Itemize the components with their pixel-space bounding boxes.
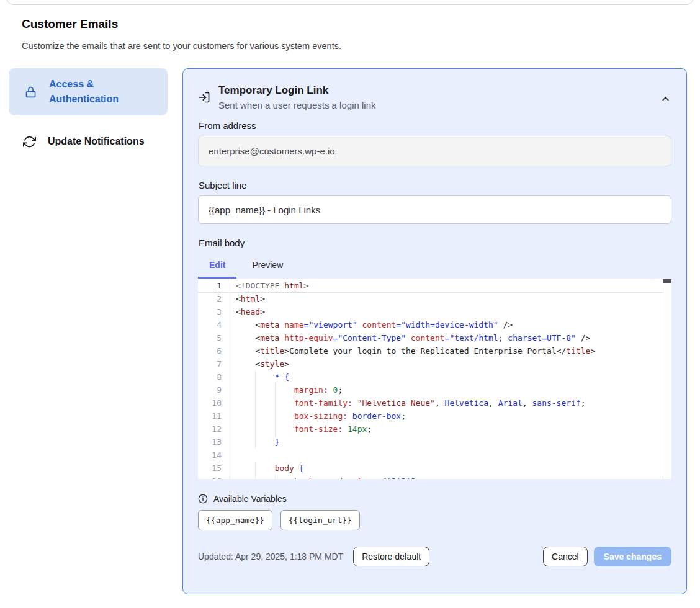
page-subtitle: Customize the emails that are sent to yo… — [22, 41, 341, 51]
code-line[interactable]: 12 font-size: 14px; — [198, 422, 671, 436]
temporary-login-link-card: Temporary Login Link Sent when a user re… — [182, 68, 687, 594]
code-text: body { — [230, 462, 304, 475]
page-title: Customer Emails — [22, 17, 118, 31]
sidebar-item-label: Access & Authentication — [49, 77, 131, 107]
code-text: <meta name="viewport" content="width=dev… — [230, 318, 513, 331]
cancel-button[interactable]: Cancel — [543, 547, 588, 566]
email-body-label: Email body — [199, 238, 671, 248]
sidebar-item-access-authentication[interactable]: Access & Authentication — [9, 68, 168, 115]
line-number: 15 — [198, 462, 230, 475]
editor-scrollbar-thumb[interactable] — [663, 279, 671, 283]
line-number: 5 — [198, 331, 230, 344]
save-changes-button[interactable]: Save changes — [594, 547, 671, 566]
available-variables-label: Available Variables — [213, 494, 287, 504]
line-number: 8 — [198, 370, 230, 383]
line-number: 14 — [198, 449, 230, 462]
tab-preview[interactable]: Preview — [241, 254, 294, 279]
code-text: <meta http-equiv="Content-Type" content=… — [230, 331, 590, 344]
code-text: <style> — [230, 357, 289, 370]
variable-chip-app-name[interactable]: {{app_name}} — [198, 510, 272, 530]
code-text: margin: 0; — [230, 383, 343, 396]
line-number: 3 — [198, 305, 230, 318]
refresh-icon — [22, 135, 36, 148]
line-number: 11 — [198, 409, 230, 422]
code-line[interactable]: 9 margin: 0; — [198, 383, 671, 396]
updated-timestamp: Updated: Apr 29, 2025, 1:18 PM MDT — [198, 552, 343, 561]
subject-line-input[interactable] — [198, 195, 671, 224]
line-number: 6 — [198, 344, 230, 357]
code-text: } — [230, 436, 279, 449]
log-in-icon — [198, 91, 210, 110]
collapse-button[interactable] — [661, 94, 670, 104]
editor-tabs: Edit Preview — [198, 254, 671, 279]
card-header: Temporary Login Link Sent when a user re… — [198, 84, 671, 110]
sidebar: Access & Authentication Update Notificat… — [9, 68, 168, 156]
card-footer: Updated: Apr 29, 2025, 1:18 PM MDT Resto… — [198, 547, 671, 566]
code-line[interactable]: 5 <meta http-equiv="Content-Type" conten… — [198, 331, 671, 344]
code-line[interactable]: 16 background-color: #f8f8f8; — [198, 475, 671, 479]
restore-default-button[interactable]: Restore default — [353, 547, 429, 566]
previous-card-bottom-edge — [6, 0, 694, 5]
code-text: box-sizing: border-box; — [230, 409, 406, 422]
code-line[interactable]: 2<html> — [198, 292, 671, 305]
lock-icon — [24, 85, 37, 99]
line-number: 4 — [198, 318, 230, 331]
code-line[interactable]: 11 box-sizing: border-box; — [198, 409, 671, 422]
code-text: * { — [230, 370, 289, 383]
code-line[interactable]: 14 — [198, 449, 671, 462]
code-text: font-size: 14px; — [230, 422, 372, 436]
code-line[interactable]: 13 } — [198, 436, 671, 449]
code-text: <html> — [230, 292, 265, 305]
line-number: 10 — [198, 396, 230, 409]
code-text — [230, 449, 236, 462]
from-address-input[interactable] — [198, 136, 671, 166]
from-address-label: From address — [199, 120, 671, 131]
line-number: 16 — [198, 475, 230, 479]
line-number: 9 — [198, 383, 230, 396]
code-line[interactable]: 7 <style> — [198, 357, 671, 370]
info-icon — [198, 494, 208, 504]
code-line[interactable]: 15 body { — [198, 462, 671, 475]
code-text: <head> — [230, 305, 265, 318]
editor-scrollbar[interactable] — [663, 279, 671, 479]
line-number: 2 — [198, 292, 230, 305]
code-line[interactable]: 4 <meta name="viewport" content="width=d… — [198, 318, 671, 331]
line-number: 13 — [198, 436, 230, 449]
subject-line-label: Subject line — [199, 180, 671, 190]
line-number: 1 — [198, 279, 230, 292]
sidebar-item-update-notifications[interactable]: Update Notifications — [9, 127, 168, 156]
code-text: background-color: #f8f8f8; — [230, 475, 420, 479]
available-variables: Available Variables — [198, 494, 671, 504]
card-header-text: Temporary Login Link Sent when a user re… — [218, 84, 375, 110]
line-number: 12 — [198, 422, 230, 436]
card-title: Temporary Login Link — [218, 84, 375, 97]
code-text: <title>Complete your login to the Replic… — [230, 344, 595, 357]
code-line[interactable]: 1<!DOCTYPE html> — [198, 279, 671, 292]
footer-actions: Cancel Save changes — [543, 547, 671, 566]
sidebar-item-label: Update Notifications — [48, 136, 145, 147]
code-text: <!DOCTYPE html> — [230, 279, 308, 292]
chevron-up-icon — [661, 94, 670, 104]
variable-chips: {{app_name}} {{login_url}} — [198, 510, 671, 530]
code-text: font-family: "Helvetica Neue", Helvetica… — [230, 396, 586, 409]
tab-edit[interactable]: Edit — [198, 254, 236, 279]
variable-chip-login-url[interactable]: {{login_url}} — [280, 510, 360, 530]
code-line[interactable]: 3<head> — [198, 305, 671, 318]
code-editor[interactable]: 1<!DOCTYPE html>2<html>3<head>4 <meta na… — [198, 279, 671, 479]
code-line[interactable]: 6 <title>Complete your login to the Repl… — [198, 344, 671, 357]
code-line[interactable]: 10 font-family: "Helvetica Neue", Helvet… — [198, 396, 671, 409]
card-subtitle: Sent when a user requests a login link — [218, 100, 375, 110]
page: Customer Emails Customize the emails tha… — [0, 0, 700, 608]
code-line[interactable]: 8 * { — [198, 370, 671, 383]
line-number: 7 — [198, 357, 230, 370]
